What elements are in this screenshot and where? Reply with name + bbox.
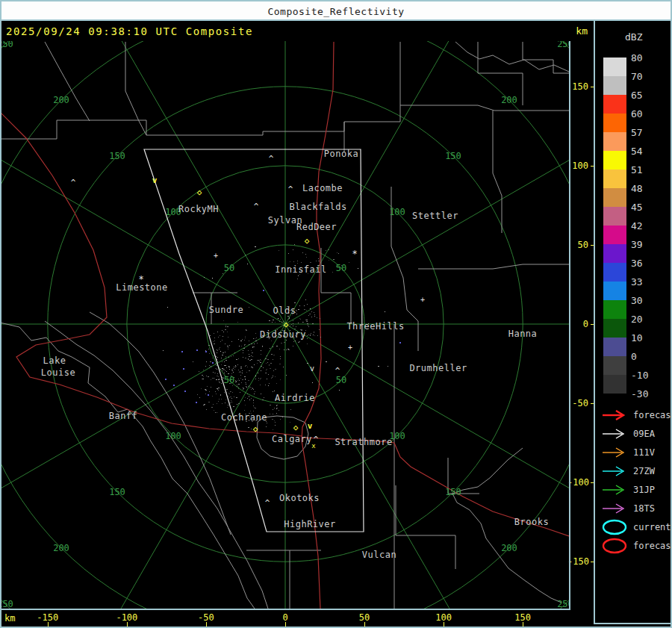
map-viewport[interactable]: 5050505010010010010015015015015020020020…	[1, 41, 569, 609]
plus-marker: +	[420, 296, 425, 304]
ring-label-200: 200	[53, 95, 69, 105]
window-border-left	[0, 0, 1, 628]
radar-app-window: Composite_Reflectivity 2025/09/24 09:38:…	[0, 0, 672, 628]
ring-label-50: 50	[336, 375, 346, 385]
city-label-drumheller: Drumheller	[409, 363, 467, 373]
legend-symbol-forecast	[601, 406, 629, 424]
right-axis-tick-label: 150	[567, 81, 588, 92]
bottom-axis-unit-label: km	[4, 613, 15, 624]
radar-site-diamond-marker: ◇	[197, 187, 202, 197]
right-axis-unit-label: km	[576, 25, 588, 37]
city-label-calgary: Calgary	[272, 434, 312, 444]
legend-arrow-icon	[601, 500, 629, 517]
city-label-olds: Olds	[273, 305, 296, 316]
city-label-threehills: ThreeHills	[346, 321, 404, 332]
ellipse-shape	[603, 539, 626, 553]
city-label-lake: Lake	[43, 355, 66, 366]
bottom-axis-tick-label: -150	[33, 612, 63, 623]
panel-border-bottom	[594, 623, 672, 624]
caret-marker: ^	[314, 435, 319, 444]
ring-label-50: 50	[336, 263, 346, 273]
bottom-axis-tick-label: 50	[349, 612, 379, 623]
radar-site-diamond-marker: ◇	[253, 424, 258, 434]
legend-label-forecast: forecast	[633, 410, 672, 420]
ring-label-150: 150	[109, 151, 125, 161]
bottom-axis: km -150-100-50050100150	[0, 609, 594, 628]
plus-marker: +	[348, 343, 352, 352]
legend-arrow-icon	[601, 406, 629, 424]
map-border-right	[569, 41, 570, 610]
v-marker: v	[310, 364, 314, 373]
caret-marker: ^	[288, 184, 293, 194]
ring-label-250: 250	[557, 41, 569, 49]
city-label-cochrane: Cochrane	[221, 412, 267, 423]
ring-label-50: 50	[224, 263, 234, 273]
city-label-innisfail: Innisfail	[275, 264, 327, 275]
right-axis-tick-label: -150	[567, 556, 588, 567]
legend-symbol-31JP	[601, 481, 629, 499]
city-label-hanna: Hanna	[508, 329, 538, 339]
legend-arrow-icon	[601, 425, 629, 443]
title-bar: Composite_Reflectivity	[0, 0, 672, 21]
ring-label-150: 150	[109, 487, 125, 497]
legend-symbol-09EA	[601, 425, 629, 443]
legend-ellipse-icon	[601, 537, 629, 555]
city-label-reddeer: RedDeer	[296, 222, 337, 232]
status-bar: 2025/09/24 09:38:10 UTC Composite km	[1, 22, 594, 41]
ring-label-150: 150	[445, 151, 461, 161]
caret-marker: ^	[254, 202, 259, 211]
bottom-axis-tick-label: -100	[112, 612, 142, 623]
chevron-down-marker: v	[308, 421, 313, 431]
radar-site-diamond-marker: ◇	[293, 423, 299, 432]
right-axis-tick-label: -100	[567, 477, 588, 488]
caret-marker: ^	[71, 178, 76, 187]
ring-label-50: 50	[224, 375, 234, 385]
legend-symbol-111V	[601, 444, 629, 461]
map-border-bottom	[0, 609, 570, 610]
radar-site-diamond-marker: ◇	[305, 236, 310, 246]
chevron-down-marker: v	[152, 175, 158, 185]
city-label-vulcan: Vulcan	[362, 550, 396, 560]
ring-label-100: 100	[389, 207, 405, 217]
city-label-airdrie: Airdrie	[275, 393, 315, 403]
ring-label-200: 200	[501, 543, 517, 553]
legend-label-27ZW: 27ZW	[633, 466, 655, 476]
city-label-brooks: Brooks	[514, 517, 549, 527]
city-label-okotoks: Okotoks	[279, 493, 320, 503]
city-label-ponoka: Ponoka	[324, 149, 358, 159]
caret-marker: ^	[335, 366, 340, 376]
legend-symbol-27ZW	[601, 462, 629, 480]
right-axis-tick-label: 0	[567, 319, 588, 329]
ring-label-250: 250	[557, 599, 569, 609]
caret-marker: ^	[265, 498, 270, 508]
city-label-banff: Banff	[109, 411, 138, 421]
legend-symbol-current	[601, 518, 629, 536]
city-label-rockymh: RockyMH	[178, 204, 219, 214]
ring-label-200: 200	[501, 95, 517, 105]
ring-label-200: 200	[53, 543, 69, 553]
city-label-blackfalds: Blackfalds	[289, 202, 346, 212]
right-axis-tick-label: 50	[567, 240, 588, 250]
caret-marker: ^	[269, 154, 274, 164]
right-axis-tick-label: 100	[567, 161, 588, 171]
star-marker: *	[138, 274, 143, 285]
bottom-axis-tick-label: 100	[429, 612, 458, 623]
right-axis-tick-label: -50	[567, 398, 588, 408]
city-label-stettler: Stettler	[412, 211, 458, 221]
ring-label-250: 250	[1, 41, 13, 49]
legend-arrow-icon	[601, 481, 629, 499]
star-marker: *	[352, 249, 357, 259]
map-labels-overlay: 5050505010010010010015015015015020020020…	[1, 41, 569, 609]
window-title: Composite_Reflectivity	[0, 6, 672, 17]
city-label-louise: Louise	[41, 367, 75, 378]
legend-symbol-forecast	[601, 537, 629, 555]
legend-label-09EA: 09EA	[633, 429, 655, 439]
city-label-highriver: HighRiver	[284, 519, 336, 529]
panel-divider	[594, 21, 595, 624]
plus-marker: +	[214, 252, 218, 260]
legend-symbol-18TS	[601, 500, 629, 517]
ring-label-250: 250	[1, 599, 13, 609]
bottom-axis-tick-label: 0	[270, 612, 300, 623]
legend-arrow-icon	[601, 444, 629, 461]
bottom-axis-tick-label: -50	[191, 612, 221, 623]
